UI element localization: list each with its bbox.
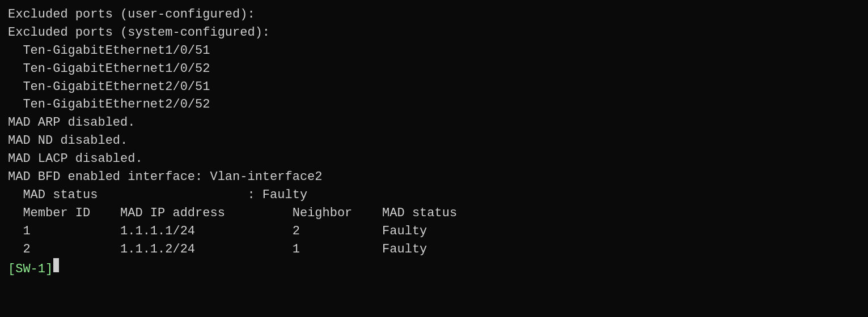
cursor — [53, 258, 59, 272]
terminal-line-1: Excluded ports (user-configured): — [8, 6, 860, 24]
terminal-line-6: Ten-GigabitEthernet2/0/52 — [8, 96, 860, 114]
terminal-line-10: MAD BFD enabled interface: Vlan-interfac… — [8, 168, 860, 186]
terminal-line-11: MAD status : Faulty — [8, 186, 860, 204]
terminal-line-14: 2 1.1.1.2/24 1 Faulty — [8, 241, 860, 259]
terminal-line-9: MAD LACP disabled. — [8, 150, 860, 168]
terminal-line-7: MAD ARP disabled. — [8, 114, 860, 132]
terminal-line-12: Member ID MAD IP address Neighbor MAD st… — [8, 204, 860, 222]
prompt-text: [SW-1] — [8, 260, 53, 279]
terminal-line-4: Ten-GigabitEthernet1/0/52 — [8, 60, 860, 78]
terminal-line-8: MAD ND disabled. — [8, 132, 860, 150]
terminal-line-5: Ten-GigabitEthernet2/0/51 — [8, 78, 860, 96]
terminal-line-2: Excluded ports (system-configured): — [8, 24, 860, 42]
terminal-line-13: 1 1.1.1.1/24 2 Faulty — [8, 222, 860, 241]
prompt-line[interactable]: [SW-1] — [8, 258, 860, 278]
terminal-line-3: Ten-GigabitEthernet1/0/51 — [8, 42, 860, 60]
